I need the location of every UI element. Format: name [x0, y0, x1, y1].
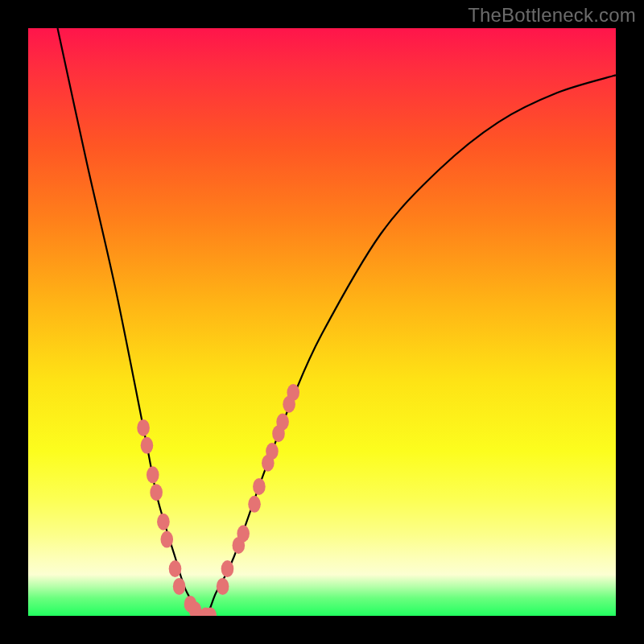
dot-marker — [276, 414, 289, 431]
dot-marker — [147, 466, 159, 483]
dot-marker — [150, 484, 163, 501]
dot-marker — [287, 384, 299, 401]
dot-marker — [141, 437, 154, 454]
dot-marker — [221, 560, 234, 577]
dot-markers-group — [137, 384, 299, 616]
chart-frame: TheBottleneck.com — [0, 0, 644, 644]
dot-marker — [253, 478, 266, 495]
dot-marker — [248, 496, 261, 513]
dot-marker — [217, 578, 229, 595]
plot-area — [28, 28, 616, 616]
dot-marker — [137, 419, 150, 436]
dot-marker — [266, 443, 279, 460]
dot-marker — [173, 578, 186, 595]
dot-marker — [157, 514, 170, 530]
bottleneck-curve — [58, 28, 617, 616]
watermark-text: TheBottleneck.com — [468, 4, 636, 27]
dot-marker — [160, 531, 173, 548]
dot-marker — [169, 560, 182, 577]
dot-marker — [237, 525, 250, 542]
chart-svg — [28, 28, 616, 616]
